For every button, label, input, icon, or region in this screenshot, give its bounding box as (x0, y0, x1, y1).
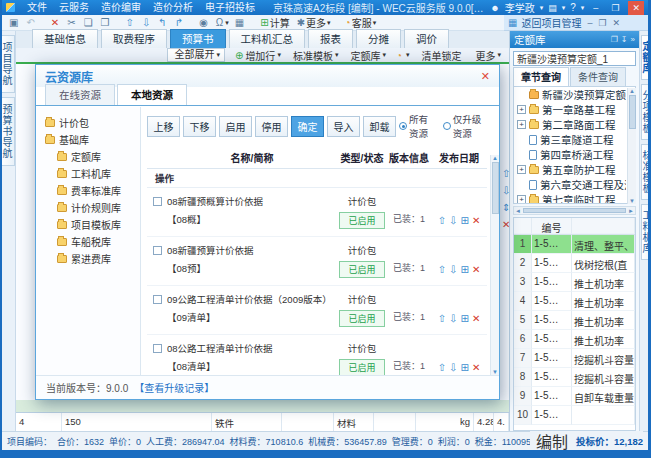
filter-radio[interactable]: 仅升级资源 (443, 112, 487, 140)
dialog-button[interactable]: 下移 (183, 116, 216, 137)
dock-tab[interactable]: 工料机库 (641, 204, 651, 260)
document-tab[interactable]: 取费程序 (101, 29, 167, 48)
dialog-button[interactable]: 卸载 (363, 116, 396, 137)
grid-action[interactable]: ⊕ 增加行 ▾ (235, 48, 281, 63)
dock-tab[interactable]: 定额库 (641, 35, 651, 80)
dialog-button[interactable]: 确定 (291, 116, 324, 137)
category-tree-item[interactable]: 费率标准库 (36, 182, 140, 199)
move-up-icon[interactable]: ⇧ (438, 264, 446, 275)
move-down-icon[interactable]: ⇩ (449, 313, 457, 324)
grid-cell[interactable] (374, 413, 416, 431)
resource-row[interactable]: 08公路工程清单计价依据 计价包 【08清单】 已启用 已装：1 ⇧ ⇩ ⊞ ✕ (147, 335, 487, 375)
grid-cell[interactable]: 150 (62, 413, 212, 431)
toolbar-icon[interactable]: ▣ (6, 17, 23, 28)
quota-grid-row[interactable]: 9 1-5… 自卸车载重量 (514, 387, 635, 406)
install-icon[interactable]: ⊞ (461, 215, 469, 226)
toolbar-icon[interactable]: Ω ▾ (213, 17, 232, 28)
grid-action[interactable]: 定额库 ▾ (348, 48, 386, 63)
install-icon[interactable]: ⊞ (461, 362, 469, 373)
dialog-close-icon[interactable]: ✕ (481, 70, 490, 83)
quota-grid-row[interactable]: 10 1-5… (514, 406, 635, 425)
dock-tab[interactable]: 分项模板 (641, 84, 651, 140)
category-tree-item[interactable]: 累进费库 (36, 250, 140, 267)
grid-action[interactable]: 更多 ▾ (473, 48, 501, 63)
grid-action[interactable]: 标准模板 ▾ (291, 48, 339, 63)
quota-search-input[interactable] (513, 51, 636, 66)
float-panel-icon[interactable]: ❐ (611, 35, 618, 44)
toolbar-icon[interactable]: ↰ (155, 17, 171, 28)
left-nav-tab[interactable]: 预算书导航 (2, 97, 15, 166)
document-tab[interactable]: 工料机汇总 (229, 29, 306, 48)
panel-tab[interactable]: 条件查询 (570, 67, 626, 86)
collapse-panel-icon[interactable]: » (631, 35, 635, 44)
row-checkbox[interactable] (153, 246, 162, 255)
user-name[interactable]: 李学政 (505, 0, 535, 15)
dialog-button[interactable]: 启用 (219, 116, 252, 137)
chapter-tree-item[interactable]: + 第二章路面工程 (514, 117, 626, 132)
row-checkbox[interactable] (153, 344, 162, 353)
document-tab[interactable]: 基础信息 (32, 29, 98, 48)
upgrade-log-link[interactable]: 【查看升级记录】 (134, 380, 214, 395)
chapter-tree-item[interactable]: + 第五章防护工程 (514, 162, 626, 177)
move-up-icon[interactable]: ⇧ (438, 215, 446, 226)
tree-vertical-scrollbar[interactable]: ▲ ▼ (627, 88, 636, 204)
grid-cell[interactable]: 4. (494, 413, 509, 431)
dialog-button[interactable]: 上移 (147, 116, 180, 137)
maximize-button[interactable]: ❐ (607, 1, 623, 15)
dock-tab[interactable]: 标准模板 (641, 144, 651, 200)
user-menu-caret-icon[interactable]: ▾ (540, 4, 544, 12)
move-down-icon[interactable]: ⇩ (449, 215, 457, 226)
panel-minimize-button[interactable]: – (587, 18, 592, 28)
category-tree-item[interactable]: 计价规则库 (36, 199, 140, 216)
quota-grid-row[interactable]: 5 1-5… 推土机功率 (514, 311, 635, 330)
toolbar-icon[interactable]: ◉ (196, 17, 213, 28)
chapter-tree-item[interactable]: 第三章隧道工程 (514, 132, 626, 147)
row-checkbox[interactable] (153, 197, 162, 206)
toolbar-icon[interactable]: ⇧ (123, 17, 139, 28)
list-vertical-scrollbar[interactable]: ▲ ▼ (490, 155, 499, 375)
menu-item[interactable]: 电子招投标 (199, 0, 261, 15)
category-tree-item[interactable]: 车船税库 (36, 233, 140, 250)
quota-grid-row[interactable]: 8 1-5… 挖掘机斗容量 (514, 368, 635, 387)
toolbar-icon[interactable]: ⇩ (139, 17, 155, 28)
toolbar-icon[interactable]: ◔ 客服 ▾ (342, 15, 380, 30)
menu-item[interactable]: 云服务 (53, 0, 95, 15)
document-tab[interactable]: 调价 (404, 29, 449, 48)
grid-action[interactable]: 清单锁定 (419, 48, 463, 63)
toolbar-icon[interactable]: ▦ (232, 17, 249, 28)
grid-cell[interactable] (282, 413, 334, 431)
category-tree-item[interactable]: 工料机库 (36, 165, 140, 182)
install-icon[interactable]: ⊞ (461, 313, 469, 324)
toolbar-icon[interactable]: ⊞ 计算 (257, 15, 293, 30)
category-tree-item[interactable]: 基础库 (36, 131, 140, 148)
toolbar-icon[interactable]: ✂ (64, 17, 80, 28)
document-tab[interactable]: 分摊 (356, 29, 401, 48)
quota-grid-row[interactable]: 1 1-5… 清理、整平、 (514, 235, 635, 254)
move-down-icon[interactable]: ⇩ (449, 264, 457, 275)
toolbar-icon[interactable]: ✕ (48, 17, 64, 28)
chapter-tree-item[interactable]: + 第七章临时工程 (514, 192, 626, 204)
toolbar-icon[interactable]: ❐ (98, 17, 115, 28)
help-icon[interactable]: ? (570, 2, 576, 13)
dialog-button[interactable]: 导入 (327, 116, 360, 137)
document-tab[interactable]: 预算书 (170, 29, 226, 48)
chapter-tree-item[interactable]: + 第一章路基工程 (514, 102, 626, 117)
remove-icon[interactable]: ✕ (472, 313, 480, 324)
remove-icon[interactable]: ✕ (472, 215, 480, 226)
messages-icon[interactable]: ▤ (548, 3, 557, 13)
chapter-tree-item[interactable]: 新疆沙漠预算定额 (514, 87, 626, 102)
dialog-tab[interactable]: 本地资源 (117, 84, 187, 105)
row-checkbox[interactable] (153, 295, 162, 304)
grid-cell[interactable]: 铁件 (212, 413, 282, 431)
panel-tab[interactable]: 章节查询 (513, 67, 569, 86)
minimize-button[interactable]: – (589, 1, 602, 15)
move-up-icon[interactable]: ⇧ (438, 313, 446, 324)
messages-caret-icon[interactable]: ▾ (562, 4, 566, 12)
pin-panel-icon[interactable]: ↧ (621, 35, 628, 44)
quota-grid-row[interactable]: 2 1-5… 伐树挖根(直 (514, 254, 635, 273)
toolbar-icon[interactable]: ↶ (23, 17, 39, 28)
close-button[interactable]: ✕ (628, 1, 644, 15)
menu-item[interactable]: 造价编审 (95, 0, 147, 15)
dialog-tab[interactable]: 在线资源 (45, 84, 115, 105)
help-caret-icon[interactable]: ▾ (581, 4, 585, 12)
